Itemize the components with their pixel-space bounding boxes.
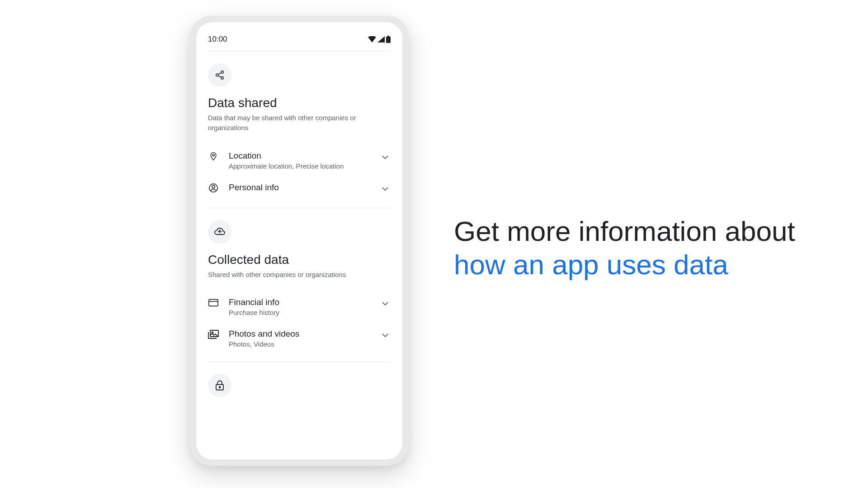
credit-card-icon (208, 297, 219, 308)
svg-point-3 (216, 74, 219, 76)
item-subtitle-location: Approximate location, Precise location (229, 162, 380, 170)
status-time: 10:00 (208, 35, 227, 44)
person-icon (208, 183, 219, 193)
signal-icon (377, 36, 385, 42)
chevron-down-icon (380, 298, 391, 309)
data-item-financial-info[interactable]: Financial info Purchase history (208, 291, 391, 323)
wifi-icon (368, 36, 376, 42)
divider (208, 361, 391, 362)
location-icon (208, 151, 219, 162)
data-item-photos-videos[interactable]: Photos and videos Photos, Videos (208, 323, 391, 354)
svg-point-4 (221, 77, 224, 80)
item-title-personal-info: Personal info (229, 183, 380, 192)
photos-icon (208, 329, 219, 340)
lock-icon (208, 374, 231, 397)
headline-line1: Get more information about (454, 215, 795, 248)
data-shared-section: Data shared Data that may be shared with… (208, 63, 391, 201)
item-subtitle-photos: Photos, Videos (229, 340, 380, 348)
svg-rect-1 (386, 37, 391, 43)
cloud-upload-icon (208, 220, 231, 244)
battery-icon (386, 36, 391, 43)
phone-screen: 10:00 (196, 22, 402, 460)
item-title-financial: Financial info (229, 297, 380, 307)
svg-point-15 (219, 387, 221, 388)
data-item-personal-info[interactable]: Personal info (208, 176, 391, 201)
phone-mockup-frame: 10:00 (190, 16, 409, 466)
data-item-location[interactable]: Location Approximate location, Precise l… (208, 145, 391, 176)
section-subtitle-data-shared: Data that may be shared with other compa… (208, 113, 391, 133)
chevron-down-icon (380, 183, 391, 194)
chevron-down-icon (380, 330, 391, 341)
svg-rect-10 (209, 300, 218, 306)
svg-point-2 (221, 71, 224, 74)
svg-point-7 (212, 154, 214, 156)
security-section (208, 374, 391, 411)
svg-point-9 (212, 185, 215, 188)
section-title-data-shared: Data shared (208, 96, 391, 110)
status-bar: 10:00 (208, 35, 391, 52)
svg-rect-0 (387, 36, 389, 37)
headline-container: Get more information about how an app us… (454, 215, 795, 282)
item-title-photos: Photos and videos (229, 329, 380, 339)
headline-line2: how an app uses data (454, 248, 795, 282)
svg-line-5 (218, 73, 221, 75)
divider (208, 208, 391, 208)
status-icons (368, 36, 391, 43)
chevron-down-icon (380, 152, 391, 163)
item-subtitle-financial: Purchase history (229, 309, 380, 316)
share-icon (208, 63, 231, 87)
collected-data-section: Collected data Shared with other compani… (208, 220, 391, 355)
svg-line-6 (218, 75, 221, 77)
section-subtitle-collected-data: Shared with other companies or organizat… (208, 270, 391, 280)
section-title-collected-data: Collected data (208, 253, 391, 267)
item-title-location: Location (229, 151, 380, 161)
